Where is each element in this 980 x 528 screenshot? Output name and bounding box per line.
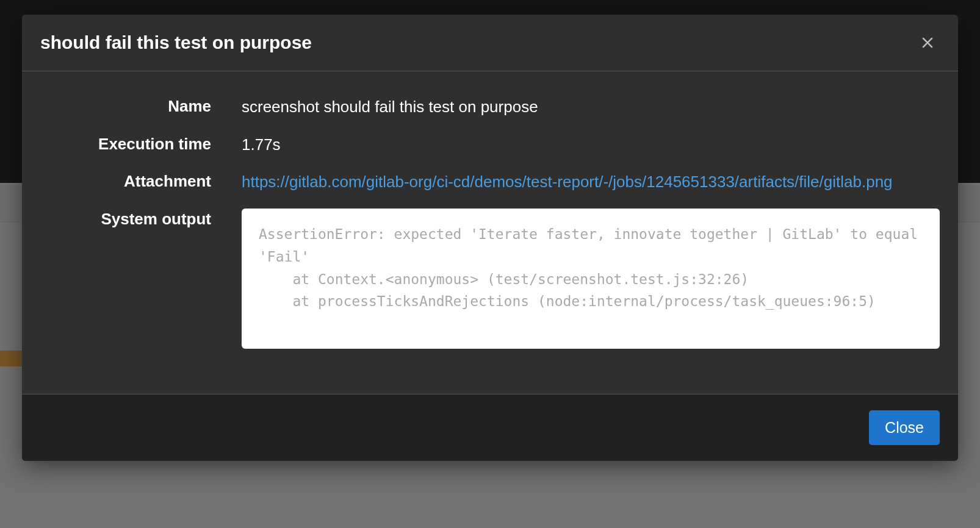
attachment-link[interactable]: https://gitlab.com/gitlab-org/ci-cd/demo…: [242, 173, 893, 191]
field-execution-time: Execution time 1.77s: [40, 134, 940, 157]
field-label-system-output: System output: [40, 209, 242, 229]
field-attachment: Attachment https://gitlab.com/gitlab-org…: [40, 171, 940, 194]
field-value-attachment: https://gitlab.com/gitlab-org/ci-cd/demo…: [242, 171, 940, 194]
field-label-execution-time: Execution time: [40, 134, 242, 154]
system-output-code: AssertionError: expected 'Iterate faster…: [242, 209, 940, 349]
modal-footer: Close: [22, 394, 958, 461]
close-icon[interactable]: [915, 30, 940, 55]
modal-header: should fail this test on purpose: [22, 15, 958, 71]
field-value-system-output: AssertionError: expected 'Iterate faster…: [242, 209, 940, 349]
field-label-name: Name: [40, 96, 242, 116]
modal-title: should fail this test on purpose: [40, 32, 312, 53]
test-detail-modal: should fail this test on purpose Name sc…: [22, 15, 958, 461]
modal-body: Name screenshot should fail this test on…: [22, 71, 958, 394]
field-label-attachment: Attachment: [40, 171, 242, 191]
field-value-name: screenshot should fail this test on purp…: [242, 96, 940, 119]
field-name: Name screenshot should fail this test on…: [40, 96, 940, 119]
field-system-output: System output AssertionError: expected '…: [40, 209, 940, 349]
modal-backdrop: should fail this test on purpose Name sc…: [0, 0, 980, 528]
close-button[interactable]: Close: [869, 410, 940, 445]
field-value-execution-time: 1.77s: [242, 134, 940, 157]
